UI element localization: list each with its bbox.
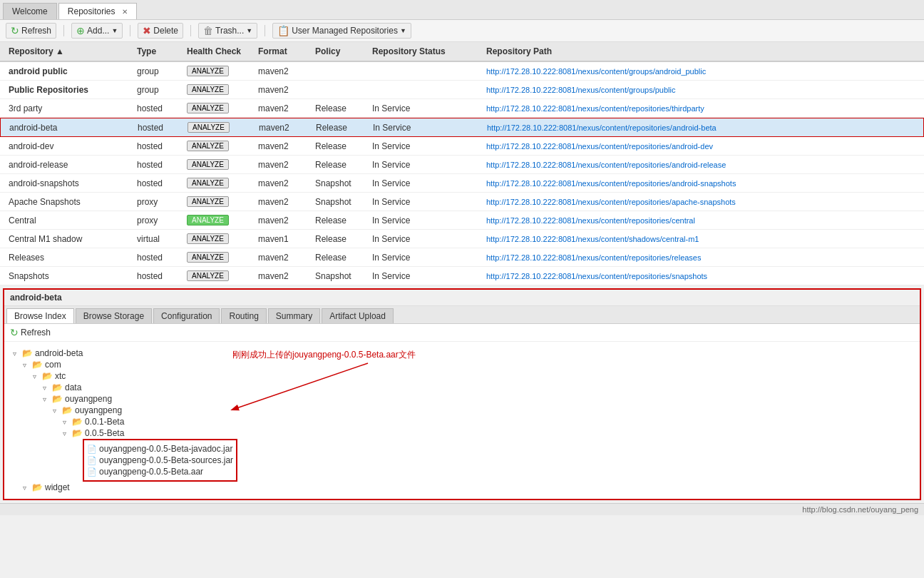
col-health[interactable]: ANALYZE — [184, 195, 255, 208]
table-row[interactable]: 3rd party hosted ANALYZE maven2 Release … — [0, 99, 924, 118]
panel-tab-browse-storage[interactable]: Browse Storage — [76, 308, 152, 323]
highlighted-files-box: 📄 ouyangpeng-0.0.5-Beta-javadoc.jar📄 ouy… — [83, 439, 237, 482]
col-path[interactable]: http://172.28.10.222:8081/nexus/content/… — [483, 66, 918, 77]
col-policy: Snapshot — [312, 196, 369, 208]
tree-node-label: widget — [45, 482, 70, 492]
analyze-button[interactable]: ANALYZE — [187, 103, 229, 113]
col-path[interactable]: http://172.28.10.222:8081/nexus/content/… — [483, 215, 918, 226]
col-health[interactable]: ANALYZE — [184, 269, 255, 283]
table-row[interactable]: android-snapshots hosted ANALYZE maven2 … — [0, 174, 924, 193]
col-health[interactable]: ANALYZE — [184, 213, 255, 227]
add-icon: ⊕ — [76, 25, 85, 36]
tree-item[interactable]: ▿📂 widget — [13, 482, 911, 493]
panel-tab-summary[interactable]: Summary — [268, 308, 320, 323]
analyze-button[interactable]: ANALYZE — [188, 122, 230, 133]
panel-refresh-button[interactable]: ↻ Refresh — [10, 327, 51, 338]
col-health[interactable]: ANALYZE — [184, 64, 255, 78]
analyze-button[interactable]: ANALYZE — [187, 66, 229, 76]
user-managed-button[interactable]: 📋 User Managed Repositories ▼ — [272, 23, 411, 39]
col-path[interactable]: http://172.28.10.222:8081/nexus/content/… — [483, 252, 918, 263]
toolbar-separator-4 — [265, 25, 265, 36]
table-row[interactable]: Releases hosted ANALYZE maven2 Release I… — [0, 248, 924, 267]
panel-tab-browse-index[interactable]: Browse Index — [6, 308, 74, 323]
col-health[interactable]: ANALYZE — [184, 83, 255, 96]
folder-open-icon: 📂 — [42, 371, 53, 381]
col-path[interactable]: http://172.28.10.222:8081/nexus/content/… — [483, 270, 918, 282]
analyze-button[interactable]: ANALYZE — [187, 141, 229, 151]
col-header-health[interactable]: Health Check — [184, 45, 255, 58]
table-row[interactable]: Snapshots hosted ANALYZE maven2 Snapshot… — [0, 267, 924, 285]
col-policy — [312, 88, 369, 91]
table-row[interactable]: Apache Snapshots proxy ANALYZE maven2 Sn… — [0, 193, 924, 211]
tree-node-label: 0.0.5-Beta — [85, 428, 124, 438]
table-row[interactable]: android-dev hosted ANALYZE maven2 Releas… — [0, 137, 924, 156]
col-policy: Release — [312, 140, 369, 153]
col-health[interactable]: ANALYZE — [184, 232, 255, 245]
analyze-button[interactable]: ANALYZE — [187, 270, 229, 281]
tree-file-item[interactable]: 📄 ouyangpeng-0.0.5-Beta.aar — [87, 466, 233, 477]
col-status: In Service — [369, 158, 483, 171]
panel-tab-routing[interactable]: Routing — [221, 308, 266, 323]
col-header-policy[interactable]: Policy — [312, 45, 369, 58]
col-health[interactable]: ANALYZE — [184, 250, 255, 264]
col-health[interactable]: ANALYZE — [185, 121, 256, 134]
col-type: hosted — [134, 270, 184, 283]
col-format: maven2 — [255, 158, 312, 171]
col-header-repository[interactable]: Repository ▲ — [6, 45, 134, 58]
delete-button[interactable]: ✖ Delete — [138, 23, 183, 39]
col-type: virtual — [134, 233, 184, 245]
table-row[interactable]: android public group ANALYZE maven2 http… — [0, 62, 924, 81]
col-health[interactable]: ANALYZE — [184, 158, 255, 171]
col-path[interactable]: http://172.28.10.222:8081/nexus/content/… — [484, 122, 918, 133]
table-row[interactable]: android-release hosted ANALYZE maven2 Re… — [0, 156, 924, 174]
analyze-button[interactable]: ANALYZE — [187, 159, 229, 170]
col-path[interactable]: http://172.28.10.222:8081/nexus/content/… — [483, 196, 918, 208]
expand-icon: ▿ — [13, 350, 20, 358]
analyze-button[interactable]: ANALYZE — [187, 215, 229, 225]
file-label: ouyangpeng-0.0.5-Beta-javadoc.jar — [99, 444, 232, 454]
table-row[interactable]: Public Repositories group ANALYZE maven2… — [0, 81, 924, 99]
table-row[interactable]: android-beta hosted ANALYZE maven2 Relea… — [0, 118, 924, 137]
panel-tab-configuration[interactable]: Configuration — [153, 308, 220, 323]
table-row[interactable]: Central proxy ANALYZE maven2 Release In … — [0, 211, 924, 230]
refresh-button[interactable]: ↻ Refresh — [6, 23, 56, 39]
col-header-format[interactable]: Format — [255, 45, 312, 58]
col-path[interactable]: http://172.28.10.222:8081/nexus/content/… — [483, 233, 918, 245]
col-name: Releases — [6, 251, 134, 264]
analyze-button[interactable]: ANALYZE — [187, 196, 229, 207]
tab-welcome[interactable]: Welcome — [3, 3, 57, 19]
tab-repositories[interactable]: Repositories ✕ — [58, 3, 137, 19]
expand-icon: ▿ — [63, 418, 70, 426]
expand-icon: ▿ — [43, 395, 50, 403]
panel-tab-artifact-upload[interactable]: Artifact Upload — [322, 308, 394, 323]
analyze-button[interactable]: ANALYZE — [187, 252, 229, 263]
tree-item[interactable]: ▿📂 0.0.5-Beta — [13, 427, 911, 439]
add-button[interactable]: ⊕ Add... ▼ — [71, 23, 123, 39]
col-path[interactable]: http://172.28.10.222:8081/nexus/content/… — [483, 84, 918, 96]
col-health[interactable]: ANALYZE — [184, 101, 255, 115]
col-header-status[interactable]: Repository Status — [369, 45, 483, 58]
tree-file-item[interactable]: 📄 ouyangpeng-0.0.5-Beta-sources.jar — [87, 455, 233, 466]
analyze-button[interactable]: ANALYZE — [187, 233, 229, 244]
repository-table: android public group ANALYZE maven2 http… — [0, 62, 924, 285]
table-row[interactable]: Central M1 shadow virtual ANALYZE maven1… — [0, 230, 924, 248]
col-health[interactable]: ANALYZE — [184, 176, 255, 190]
toolbar-separator-2 — [130, 25, 130, 36]
col-health[interactable]: ANALYZE — [184, 139, 255, 153]
col-path[interactable]: http://172.28.10.222:8081/nexus/content/… — [483, 159, 918, 171]
file-icon: 📄 — [87, 456, 97, 465]
col-path[interactable]: http://172.28.10.222:8081/nexus/content/… — [483, 103, 918, 114]
trash-button[interactable]: 🗑 Trash... ▼ — [198, 23, 257, 39]
col-header-path[interactable]: Repository Path — [483, 45, 918, 58]
col-path[interactable]: http://172.28.10.222:8081/nexus/content/… — [483, 178, 918, 189]
close-tab-icon[interactable]: ✕ — [122, 8, 128, 16]
refresh-icon: ↻ — [11, 25, 19, 36]
trash-dropdown-icon: ▼ — [246, 27, 252, 34]
analyze-button[interactable]: ANALYZE — [187, 84, 229, 95]
tree-file-item[interactable]: 📄 ouyangpeng-0.0.5-Beta-javadoc.jar — [87, 443, 233, 455]
col-type: group — [134, 83, 184, 96]
tree-root-label: android-beta — [35, 348, 83, 358]
analyze-button[interactable]: ANALYZE — [187, 178, 229, 188]
col-header-type[interactable]: Type — [134, 45, 184, 58]
col-path[interactable]: http://172.28.10.222:8081/nexus/content/… — [483, 141, 918, 152]
